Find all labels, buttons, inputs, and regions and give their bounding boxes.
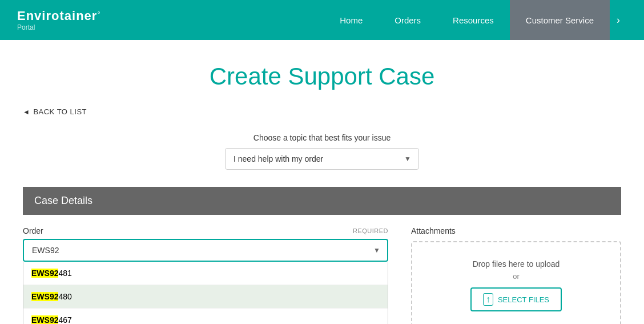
case-details-body: Order REQUIRED ▼ EWS92481 EWS92480 bbox=[23, 215, 621, 324]
attachments-label: Attachments bbox=[411, 226, 621, 235]
topic-label: Choose a topic that best fits your issue bbox=[253, 133, 391, 142]
nav-more-icon[interactable]: › bbox=[610, 0, 627, 40]
drop-zone-text: Drop files here to upload bbox=[424, 259, 609, 269]
dropdown-highlight-1: EWS92480 bbox=[31, 292, 72, 301]
dropdown-highlight-0: EWS92481 bbox=[31, 269, 72, 278]
order-label-row: Order REQUIRED bbox=[23, 226, 388, 235]
order-label: Order bbox=[23, 226, 43, 235]
order-required-badge: REQUIRED bbox=[353, 227, 388, 234]
back-label: BACK TO LIST bbox=[33, 107, 87, 116]
logo-subtitle: Portal bbox=[17, 23, 100, 31]
upload-icon: ↑ bbox=[483, 293, 493, 306]
case-details-section: Case Details Order REQUIRED ▼ bbox=[23, 187, 621, 324]
logo-title: Envirotainer° bbox=[17, 9, 100, 23]
nav-customer-service[interactable]: Customer Service bbox=[510, 0, 610, 40]
case-details-header: Case Details bbox=[23, 187, 621, 215]
order-field-group: Order REQUIRED ▼ EWS92481 EWS92480 bbox=[23, 226, 388, 324]
dropdown-item-2[interactable]: EWS92467 bbox=[23, 309, 388, 324]
select-files-button[interactable]: ↑ SELECT FILES bbox=[470, 287, 562, 311]
page-title: Create Support Case bbox=[23, 63, 621, 90]
nav-resources[interactable]: Resources bbox=[437, 0, 510, 40]
dropdown-item-1[interactable]: EWS92480 bbox=[23, 285, 388, 309]
drop-zone[interactable]: Drop files here to upload or ↑ SELECT FI… bbox=[411, 241, 621, 324]
dropdown-highlight-2: EWS92467 bbox=[31, 315, 72, 324]
topic-select-wrapper: I need help with my order Technical supp… bbox=[225, 148, 419, 170]
logo: Envirotainer° Portal bbox=[17, 9, 100, 31]
back-to-list-link[interactable]: ◄ BACK TO LIST bbox=[23, 107, 621, 116]
page-content: Create Support Case ◄ BACK TO LIST Choos… bbox=[0, 63, 644, 324]
topic-section: Choose a topic that best fits your issue… bbox=[23, 133, 621, 170]
nav-orders[interactable]: Orders bbox=[379, 0, 437, 40]
left-column: Order REQUIRED ▼ EWS92481 EWS92480 bbox=[23, 226, 388, 324]
header: Envirotainer° Portal Home Orders Resourc… bbox=[0, 0, 644, 40]
back-arrow-icon: ◄ bbox=[23, 108, 30, 116]
dropdown-item-0[interactable]: EWS92481 bbox=[23, 262, 388, 285]
main-nav: Home Orders Resources Customer Service › bbox=[324, 0, 627, 40]
drop-zone-or: or bbox=[424, 272, 609, 281]
topic-select[interactable]: I need help with my order Technical supp… bbox=[225, 148, 419, 170]
right-column: Attachments Drop files here to upload or… bbox=[411, 226, 621, 324]
nav-home[interactable]: Home bbox=[324, 0, 379, 40]
order-input[interactable] bbox=[23, 239, 388, 262]
order-dropdown-list: EWS92481 EWS92480 EWS92467 bbox=[23, 262, 388, 324]
order-input-wrapper: ▼ bbox=[23, 239, 388, 262]
